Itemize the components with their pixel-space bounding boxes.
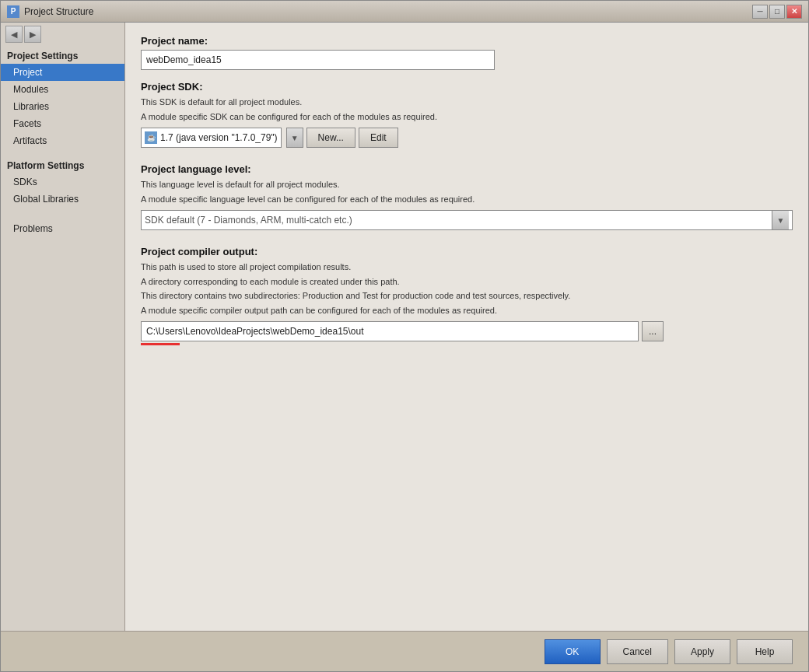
compiler-path-row: ... — [141, 321, 793, 341]
sdk-dropdown[interactable]: ☕ 1.7 (java version "1.7.0_79") — [141, 128, 282, 148]
project-language-desc2: A module specific language level can be … — [141, 193, 793, 206]
project-language-desc1: This language level is default for all p… — [141, 178, 793, 191]
window-title: Project Structure — [24, 6, 752, 17]
sdk-dropdown-arrow[interactable]: ▼ — [286, 128, 303, 148]
project-sdk-desc1: This SDK is default for all project modu… — [141, 96, 793, 109]
sidebar-item-modules[interactable]: Modules — [1, 81, 124, 98]
window-icon: P — [7, 5, 19, 18]
sdk-edit-button[interactable]: Edit — [359, 128, 398, 148]
footer: OK Cancel Apply Help — [1, 631, 808, 671]
sidebar-item-sdks[interactable]: SDKs — [1, 173, 124, 191]
back-button[interactable]: ◀ — [5, 26, 23, 43]
title-bar-buttons: ─ □ ✕ — [752, 5, 802, 19]
maximize-button[interactable]: □ — [769, 5, 785, 19]
apply-button[interactable]: Apply — [674, 639, 730, 664]
sdk-icon: ☕ — [145, 131, 157, 144]
ok-button[interactable]: OK — [545, 639, 601, 664]
project-compiler-section: Project compiler output: This path is us… — [141, 246, 793, 345]
project-compiler-label: Project compiler output: — [141, 246, 793, 257]
project-sdk-section: Project SDK: This SDK is default for all… — [141, 81, 793, 148]
sidebar-item-facets[interactable]: Facets — [1, 115, 124, 132]
project-name-input[interactable] — [141, 50, 495, 70]
sidebar-item-libraries[interactable]: Libraries — [1, 98, 124, 115]
language-dropdown-arrow[interactable]: ▼ — [772, 211, 789, 229]
sdk-value: 1.7 (java version "1.7.0_79") — [160, 132, 278, 143]
sdk-row: ☕ 1.7 (java version "1.7.0_79") ▼ New...… — [141, 128, 793, 148]
help-button[interactable]: Help — [737, 639, 793, 664]
main-content: ◀ ▶ Project Settings Project Modules Lib… — [1, 23, 808, 631]
project-name-section: Project name: — [141, 35, 793, 70]
cancel-button[interactable]: Cancel — [607, 639, 668, 664]
minimize-button[interactable]: ─ — [752, 5, 768, 19]
content-area: Project name: Project SDK: This SDK is d… — [125, 23, 808, 631]
path-error-indicator — [141, 343, 180, 345]
close-button[interactable]: ✕ — [786, 5, 802, 19]
compiler-path-input[interactable] — [141, 321, 639, 341]
project-compiler-desc2: A directory corresponding to each module… — [141, 275, 793, 289]
sidebar-item-global-libraries[interactable]: Global Libraries — [1, 191, 124, 208]
project-compiler-desc3: This directory contains two subdirectori… — [141, 289, 793, 303]
browse-button[interactable]: ... — [642, 321, 664, 341]
project-sdk-desc2: A module specific SDK can be configured … — [141, 110, 793, 124]
project-sdk-label: Project SDK: — [141, 81, 793, 93]
forward-button[interactable]: ▶ — [24, 26, 41, 43]
project-name-label: Project name: — [141, 35, 793, 47]
sdk-new-button[interactable]: New... — [306, 128, 355, 148]
sidebar-item-artifacts[interactable]: Artifacts — [1, 132, 124, 149]
project-compiler-desc1: This path is used to store all project c… — [141, 261, 793, 274]
project-structure-window: P Project Structure ─ □ ✕ ◀ ▶ Project Se… — [0, 0, 809, 672]
platform-settings-section: Platform Settings — [1, 156, 124, 173]
project-language-label: Project language level: — [141, 163, 793, 175]
sidebar-item-problems[interactable]: Problems — [1, 220, 124, 237]
sidebar-navigation: ◀ ▶ — [1, 23, 124, 46]
project-settings-section: Project Settings — [1, 46, 124, 64]
sidebar-item-project[interactable]: Project — [1, 64, 124, 81]
project-compiler-desc4: A module specific compiler output path c… — [141, 304, 793, 317]
language-value: SDK default (7 - Diamonds, ARM, multi-ca… — [145, 215, 772, 226]
language-dropdown[interactable]: SDK default (7 - Diamonds, ARM, multi-ca… — [141, 210, 793, 230]
title-bar: P Project Structure ─ □ ✕ — [1, 1, 808, 23]
project-language-section: Project language level: This language le… — [141, 163, 793, 230]
sidebar: ◀ ▶ Project Settings Project Modules Lib… — [1, 23, 125, 631]
